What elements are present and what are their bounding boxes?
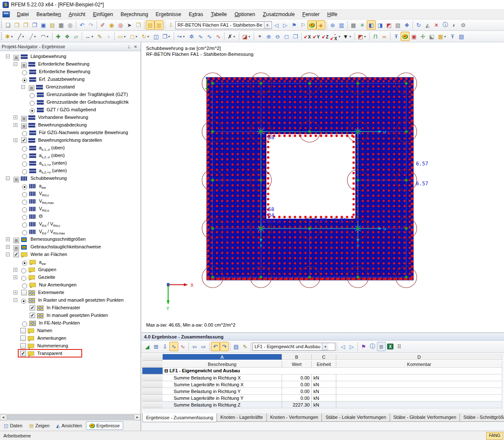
tree-item[interactable]: −Erforderliche Bewehrung <box>0 60 141 68</box>
tree-item[interactable]: ✓Transparent <box>0 350 141 358</box>
dropdown-arrow-icon[interactable]: ▼ <box>363 35 366 38</box>
table-row[interactable]: Summe Lagerkräfte in Richtung X0.00kN <box>142 381 503 388</box>
edit-frame-icon[interactable]: ◻▼ <box>128 32 140 41</box>
navigator-tab-zeigen[interactable]: ▤Zeigen <box>26 421 53 430</box>
menu-item-einfügen[interactable]: Einfügen <box>89 10 116 19</box>
column-header[interactable]: Wert <box>282 361 312 368</box>
table-calc-icon[interactable]: ◢ <box>143 342 152 351</box>
result-tables-2-icon[interactable]: ▤ <box>457 32 466 41</box>
tree-item[interactable]: Nur Anmerkungen <box>0 281 141 289</box>
column-header[interactable]: Einheit <box>312 361 336 368</box>
row-header[interactable] <box>142 395 163 402</box>
tree-item[interactable]: Namen <box>0 327 141 335</box>
program-options-icon[interactable]: ⚙ <box>459 20 468 30</box>
tree-item[interactable]: Für GZG-Nachweis angesetzte Bewehrung <box>0 129 141 137</box>
cell-unit[interactable]: kN <box>312 381 336 388</box>
cell-comment[interactable] <box>336 374 502 381</box>
tree-item[interactable]: VEd / VRd,max <box>0 228 141 236</box>
cell-comment[interactable] <box>336 388 502 395</box>
clipping-box-icon[interactable]: ◪▼ <box>241 32 252 41</box>
tree-item[interactable]: GZT / GZG maßgebend <box>0 106 141 114</box>
fe-mesh-settings-icon[interactable]: ✳ <box>358 20 367 30</box>
chevron-down-icon[interactable]: ▼ <box>322 343 328 350</box>
select-window-icon[interactable]: ▫ <box>104 32 113 41</box>
cell-unit[interactable]: kN <box>312 402 336 408</box>
table-row[interactable]: Summe Lagerkräfte in Richtung Y0.00kN <box>142 395 503 402</box>
smooth-results-icon[interactable]: ⬕ <box>427 32 436 41</box>
table-tab[interactable]: Stäbe - Lokale Verformungen <box>321 413 390 422</box>
tristate-checkbox[interactable] <box>21 124 27 129</box>
navigator-hscrollbar[interactable]: ◄ ► <box>0 414 141 420</box>
result-tables-icon[interactable]: ▥ <box>337 20 346 30</box>
work-plane-icon[interactable]: ▼▼ <box>341 32 353 41</box>
view-plane-xy-icon[interactable]: ◨ <box>376 20 385 30</box>
open-project-icon[interactable]: ❐ <box>21 20 30 30</box>
cell-description[interactable]: Summe Belastung in Richtung X <box>163 374 282 381</box>
tristate-checkbox[interactable] <box>14 238 19 243</box>
column-left-icon[interactable]: ⇦ <box>190 342 199 351</box>
next-table-icon[interactable]: ▷ <box>347 342 356 351</box>
print-preview-icon[interactable]: ◎ <box>66 20 75 30</box>
table-tab[interactable]: Knoten - Lagerkräfte <box>216 413 266 422</box>
radio-selected[interactable] <box>30 108 35 113</box>
open-file-icon[interactable]: ❒ <box>12 20 21 30</box>
collapse-icon[interactable]: − <box>14 62 17 66</box>
checkbox-checked[interactable]: ✓ <box>21 138 27 143</box>
fe-mesh-icon[interactable]: ▩ <box>349 20 358 30</box>
fe-model-plot[interactable]: uuvv586.576.5758348.883165.835.839XY <box>141 42 504 333</box>
cell-comment[interactable] <box>336 395 502 402</box>
expand-icon[interactable]: + <box>14 275 17 279</box>
table-row[interactable]: Summe Belastung in Richtung X0.00kN <box>142 374 503 381</box>
radio[interactable] <box>22 154 27 159</box>
dropdown-arrow-icon[interactable]: ▼ <box>168 35 171 38</box>
navigator-tab-daten[interactable]: ◫Daten <box>1 421 25 430</box>
column-right-icon[interactable]: ⇨ <box>199 342 208 351</box>
new-line-icon[interactable]: ╱▼ <box>15 32 27 41</box>
column-letter[interactable]: B <box>282 354 312 360</box>
radio[interactable] <box>22 169 27 174</box>
center-target-icon[interactable]: ◎ <box>116 20 125 30</box>
expand-icon[interactable]: + <box>14 116 17 119</box>
tree-item[interactable]: In FE-Netz-Punkten <box>0 319 141 327</box>
cell-value[interactable]: 2227.30 <box>282 402 312 408</box>
radio[interactable] <box>22 223 27 228</box>
tree-item[interactable]: +Bewehrungsabdeckung <box>0 121 141 129</box>
show-panels-icon[interactable]: ▥ <box>155 20 163 30</box>
radio[interactable] <box>22 192 27 197</box>
cell-value[interactable]: 0.00 <box>282 395 312 402</box>
dropdown-arrow-icon[interactable]: ▼ <box>91 35 94 38</box>
row-header[interactable] <box>142 402 163 408</box>
expand-icon[interactable]: + <box>14 268 17 272</box>
collapse-icon[interactable]: − <box>21 85 25 89</box>
redo-icon[interactable]: ↷ <box>86 20 95 30</box>
new-node-icon[interactable]: ✱▼ <box>3 32 15 41</box>
checkbox[interactable] <box>20 343 26 349</box>
column-letter[interactable]: D <box>336 354 502 360</box>
tree-item[interactable]: +Gruppen <box>0 266 141 274</box>
dropdown-arrow-icon[interactable]: ▼ <box>443 35 446 38</box>
tree-item[interactable]: VRd,max <box>0 198 141 205</box>
tree-item[interactable]: −Schubbewehrung <box>0 175 141 182</box>
cell-value[interactable]: 0.00 <box>282 388 312 395</box>
dropdown-arrow-icon[interactable]: ▼ <box>33 35 36 38</box>
checkbox-checked[interactable]: ✓ <box>30 305 35 311</box>
view-along-z-icon[interactable]: ↙Z <box>321 32 330 41</box>
menu-item-fenster[interactable]: Fenster <box>299 10 324 19</box>
result-beam-icon[interactable]: Ŧ <box>392 32 401 41</box>
design-case-combo[interactable]: RF-BETON Flächen FA1 - Stahlbeton-Be▼ <box>175 21 272 29</box>
group-row-label[interactable]: ⊟ LF1 - Eigengewicht und Ausbau <box>163 368 502 374</box>
tree-item[interactable]: +Gezielte <box>0 274 141 281</box>
new-window-icon[interactable]: ❐ <box>134 20 143 30</box>
tree-item[interactable]: as,1,+z (unten) <box>0 160 141 167</box>
zoom-out-icon[interactable]: ⊖ <box>273 32 282 41</box>
tree-item[interactable]: ✓In manuell gesetzten Punkten <box>0 312 141 319</box>
cell-description[interactable]: Summe Belastung in Richtung Z <box>163 402 282 408</box>
clipboard-icon[interactable]: ▤ <box>48 20 57 30</box>
save-icon[interactable]: ▣ <box>39 20 48 30</box>
animation-icon[interactable]: ⊛ <box>328 20 337 30</box>
radio-selected[interactable] <box>22 184 27 190</box>
show-tables-icon[interactable]: ▤ <box>146 20 155 30</box>
mirror-view-icon[interactable]: ◭ <box>423 20 432 30</box>
new-arc-icon[interactable]: ◠▼ <box>39 32 51 41</box>
node-structure-icon[interactable]: ❖ <box>63 32 72 41</box>
